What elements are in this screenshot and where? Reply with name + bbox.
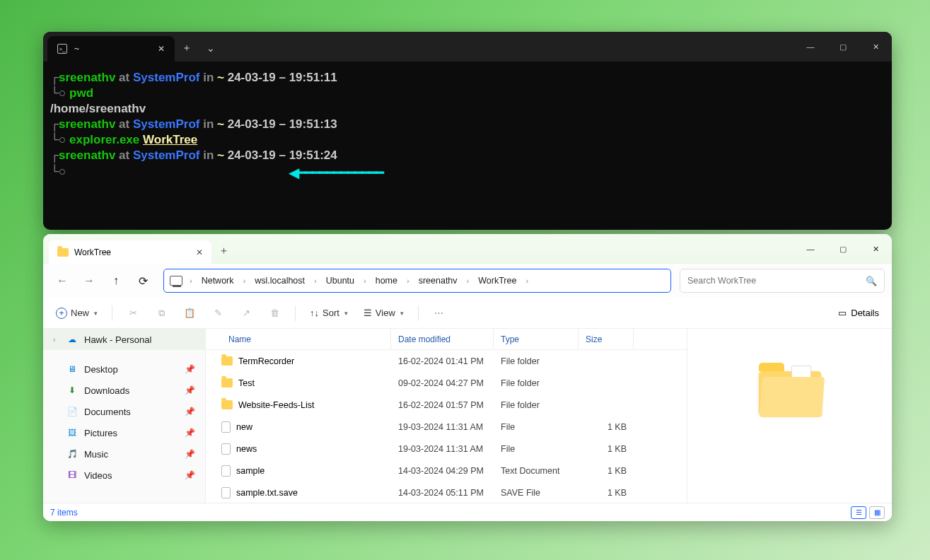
chevron-right-icon: › [185,276,197,285]
copy-button[interactable]: ⧉ [149,304,173,322]
chevron-right-icon: › [521,276,533,285]
file-name: sample.txt.save [236,488,298,498]
view-icons-toggle[interactable]: ▦ [869,506,885,519]
pin-icon[interactable]: 📌 [185,470,195,480]
music-icon: 🎵 [66,448,78,460]
search-box[interactable]: 🔍 [680,269,885,293]
chevron-down-icon: ▾ [94,310,98,317]
rename-button[interactable]: ✎ [206,304,230,322]
column-name[interactable]: Name [221,329,391,349]
file-name: sample [236,466,265,476]
share-button[interactable]: ↗ [234,304,258,322]
breadcrumb-item[interactable]: wsl.localhost [252,274,307,287]
file-type: Text Document [494,466,579,476]
sidebar-item-documents[interactable]: 📄 Documents 📌 [43,401,205,422]
file-name: Test [238,378,255,388]
chevron-down-icon: ▾ [400,310,404,317]
desktop-icon: 🖥 [66,363,78,375]
file-date: 14-03-2024 05:11 PM [391,488,494,498]
terminal-window: >_ ~ ✕ ＋ ⌄ — ▢ ✕ ┌sreenathv at SystemPro… [43,32,892,230]
pin-icon[interactable]: 📌 [185,407,195,416]
preview-pane [687,329,892,503]
table-row[interactable]: TermRecorder16-02-2024 01:41 PMFile fold… [206,350,687,372]
cut-button[interactable]: ✂ [121,304,145,322]
sort-icon: ↑↓ [310,308,319,318]
sidebar-item-downloads[interactable]: ⬇ Downloads 📌 [43,380,205,401]
sidebar-item-desktop[interactable]: 🖥 Desktop 📌 [43,358,205,380]
pin-icon[interactable]: 📌 [185,428,195,438]
sidebar-item-onedrive[interactable]: › ☁ Hawk - Personal [43,329,205,350]
new-tab-button[interactable]: ＋ [211,244,236,257]
terminal-tab[interactable]: >_ ~ ✕ [47,36,175,62]
new-tab-button[interactable]: ＋ [175,35,199,62]
sort-button[interactable]: ↑↓ Sort ▾ [304,304,354,322]
pin-icon[interactable]: 📌 [185,449,195,459]
table-row[interactable]: sample14-03-2024 04:29 PMText Document1 … [206,460,687,482]
view-icon: ☰ [364,308,372,318]
table-row[interactable]: news19-03-2024 11:31 AMFile1 KB [206,438,687,460]
cloud-icon: ☁ [66,334,78,345]
nav-up-button[interactable]: ↑ [104,269,128,293]
breadcrumb-item[interactable]: Ubuntu [324,274,356,287]
tab-dropdown-button[interactable]: ⌄ [199,35,223,62]
table-row[interactable]: Test09-02-2024 04:27 PMFile folder [206,372,687,394]
terminal-body[interactable]: ┌sreenathv at SystemProf in ~ 24-03-19 –… [43,62,892,188]
minimize-button[interactable]: — [794,32,827,62]
file-list[interactable]: TermRecorder16-02-2024 01:41 PMFile fold… [206,350,687,503]
maximize-button[interactable]: ▢ [827,234,859,264]
details-button[interactable]: ▭ Details [832,304,885,322]
column-size[interactable]: Size [579,329,634,349]
sidebar-item-music[interactable]: 🎵 Music 📌 [43,443,205,465]
breadcrumb-item[interactable]: home [373,274,400,287]
breadcrumb-item[interactable]: sreenathv [417,274,460,287]
table-row[interactable]: Website-Feeds-List16-02-2024 01:57 PMFil… [206,394,687,416]
view-details-toggle[interactable]: ☰ [851,506,866,519]
pin-icon[interactable]: 📌 [185,364,195,374]
file-date: 09-02-2024 04:27 PM [391,378,494,388]
close-tab-icon[interactable]: ✕ [196,247,203,257]
folder-icon [221,356,233,366]
table-row[interactable]: sample.txt.save14-03-2024 05:11 PMSAVE F… [206,482,687,503]
minimize-button[interactable]: — [794,234,827,264]
close-button[interactable]: ✕ [859,32,892,62]
close-tab-icon[interactable]: ✕ [158,44,165,54]
view-button[interactable]: ☰ View ▾ [358,304,409,322]
file-type: SAVE File [494,488,579,498]
sidebar-item-videos[interactable]: 🎞 Videos 📌 [43,465,205,486]
paste-button[interactable]: 📋 [178,304,202,322]
breadcrumb[interactable]: › Network › wsl.localhost › Ubuntu › hom… [163,269,671,293]
column-type[interactable]: Type [494,329,579,349]
breadcrumb-item[interactable]: WorkTree [476,274,518,287]
toolbar: + New ▾ ✂ ⧉ 📋 ✎ ↗ 🗑 ↑↓ Sort ▾ ☰ View ▾ ⋯… [43,298,892,329]
column-date[interactable]: Date modified [391,329,494,349]
column-headers[interactable]: Name Date modified Type Size [206,329,687,350]
sidebar-item-label: Hawk - Personal [84,334,151,345]
folder-icon [221,400,233,409]
file-type: File [494,444,579,454]
nav-refresh-button[interactable]: ⟳ [131,269,155,293]
more-button[interactable]: ⋯ [427,304,451,322]
explorer-window: WorkTree ✕ ＋ — ▢ ✕ ← → ↑ ⟳ › Network › w… [43,234,892,521]
pin-icon[interactable]: 📌 [185,385,195,395]
file-type: File folder [494,378,579,388]
nav-forward-button[interactable]: → [77,269,101,293]
sidebar-item-label: Documents [84,407,131,417]
close-button[interactable]: ✕ [859,234,892,264]
chevron-right-icon: › [463,276,474,285]
explorer-tab[interactable]: WorkTree ✕ [49,240,211,264]
sidebar-item-pictures[interactable]: 🖼 Pictures 📌 [43,422,205,443]
search-input[interactable] [687,276,866,286]
terminal-titlebar: >_ ~ ✕ ＋ ⌄ — ▢ ✕ [43,32,892,62]
nav-back-button[interactable]: ← [50,269,74,293]
search-icon: 🔍 [866,276,877,286]
sidebar-item-label: Videos [84,470,112,481]
new-button[interactable]: + New ▾ [50,304,103,322]
file-date: 19-03-2024 11:31 AM [391,444,494,454]
delete-button[interactable]: 🗑 [262,304,286,322]
breadcrumb-item[interactable]: Network [199,274,236,287]
table-row[interactable]: new19-03-2024 11:31 AMFile1 KB [206,416,687,438]
maximize-button[interactable]: ▢ [827,32,859,62]
pc-icon [170,276,182,286]
sidebar-item-label: Music [84,449,108,460]
window-controls: — ▢ ✕ [794,234,892,264]
